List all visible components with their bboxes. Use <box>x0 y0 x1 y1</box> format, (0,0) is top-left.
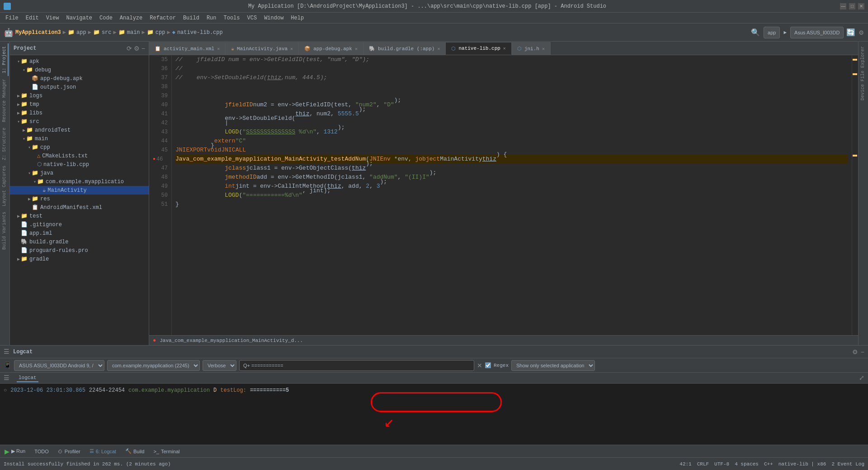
build-variants-tab-button[interactable]: Build Variants <box>1 209 9 252</box>
tree-item-res[interactable]: ▶ 📁 res <box>10 195 149 203</box>
device-selector[interactable]: Asus ASUS_I003DD <box>790 27 844 38</box>
logcat-tab-logcat[interactable]: logcat <box>17 374 38 382</box>
menu-navigate[interactable]: Navigate <box>62 14 96 22</box>
regex-checkbox[interactable] <box>485 362 491 368</box>
tree-item-gradle-folder[interactable]: ▶ 📁 gradle <box>10 255 149 263</box>
code-line-51: } <box>175 200 848 209</box>
menu-build[interactable]: Build <box>179 14 203 22</box>
event-log[interactable]: 2 Event Log <box>831 461 864 467</box>
tree-item-main[interactable]: ▾ 📁 main <box>10 134 149 143</box>
project-name: MyApplication3 <box>15 29 61 36</box>
layout-captures-tab-button[interactable]: Layout Captures <box>1 163 9 209</box>
minimize-button[interactable]: — <box>840 3 846 9</box>
tab-activity-main-xml[interactable]: 📋 activity_main.xml ✕ <box>149 42 226 55</box>
sync-project-button[interactable]: ⟳ <box>127 45 132 52</box>
menu-code[interactable]: Code <box>96 14 116 22</box>
tree-item-apk[interactable]: ▾ 📁 apk <box>10 57 149 66</box>
logcat-clear-button[interactable]: ✕ <box>477 362 482 369</box>
menu-run[interactable]: Run <box>203 14 220 22</box>
run-button[interactable]: ▶ ▶ Run <box>2 447 28 456</box>
terminal-button[interactable]: >_ Terminal <box>151 448 182 455</box>
tree-item-native-lib-cpp[interactable]: ▾ ⬡ native-lib.cpp <box>10 160 149 169</box>
logcat-settings-button[interactable]: ⚙ <box>852 348 858 356</box>
breadcrumb-src[interactable]: src <box>102 29 112 36</box>
indent[interactable]: 4 spaces <box>735 461 759 467</box>
breadcrumb-cpp[interactable]: cpp <box>156 29 165 36</box>
charset[interactable]: UTF-8 <box>714 461 729 467</box>
close-project-button[interactable]: − <box>142 45 145 52</box>
settings-project-button[interactable]: ⚙ <box>134 45 140 52</box>
device-file-explorer-tab-button[interactable]: Device File Explorer <box>859 43 867 103</box>
logcat-search-input[interactable] <box>239 360 474 371</box>
tree-item-logs[interactable]: ▶ 📁 logs <box>10 91 149 100</box>
tree-item-proguard[interactable]: ▾ 📄 proguard-rules.pro <box>10 246 149 255</box>
menu-tools[interactable]: Tools <box>220 14 244 22</box>
menu-vcs[interactable]: VCS <box>244 14 261 22</box>
android-icon[interactable]: 🤖 <box>4 28 14 38</box>
tab-native-lib-cpp[interactable]: ⬡ native-lib.cpp ✕ <box>446 42 511 55</box>
resource-manager-tab-button[interactable]: Resource Manager <box>1 76 9 125</box>
project-tab-button[interactable]: 1: Project <box>1 43 9 76</box>
tree-item-build-gradle[interactable]: ▾ 🐘 build.gradle <box>10 237 149 246</box>
menu-window[interactable]: Window <box>260 14 287 22</box>
warning-mark-2 <box>853 155 857 157</box>
tree-item-mainactivity[interactable]: ▾ ☕ MainActivity <box>10 186 149 195</box>
run-play-icon: ▶ <box>5 448 9 455</box>
tree-item-tmp[interactable]: ▶ 📁 tmp <box>10 100 149 109</box>
logcat-device-selector[interactable]: ASUS ASUS_I003DD Android 9, / <box>14 360 104 371</box>
tab-mainactivity-java[interactable]: ☕ MainActivity.java ✕ <box>226 42 299 55</box>
logcat-content[interactable]: ○ 2023-12-06 23:01:30.865 22454-22454 co… <box>0 384 868 445</box>
profiler-button[interactable]: ⏲ Profiler <box>55 448 83 455</box>
menu-view[interactable]: View <box>42 14 63 22</box>
tree-item-debug[interactable]: ▾ 📁 debug <box>10 66 149 74</box>
code-content[interactable]: // jfieldID num = env->GetFieldID(test, … <box>172 55 852 335</box>
tree-item-androidtest[interactable]: ▶ 📁 androidTest <box>10 126 149 134</box>
project-panel: Project ⟳ ⚙ − ▾ 📁 apk ▾ 📁 debug <box>10 42 149 345</box>
tree-item-cpp-folder[interactable]: ▾ 📁 cpp <box>10 143 149 152</box>
run-config-button[interactable]: app <box>764 27 780 38</box>
tab-jni-h[interactable]: ⬡ jni.h ✕ <box>512 42 551 55</box>
logcat-run-button[interactable]: ☰ 6: Logcat <box>87 447 119 455</box>
menu-file[interactable]: File <box>2 14 22 22</box>
tree-item-libs[interactable]: ▶ 📁 libs <box>10 109 149 117</box>
logcat-row-indicator[interactable]: ○ <box>4 385 7 395</box>
show-selected-dropdown[interactable]: Show only selected application <box>511 360 595 371</box>
menu-edit[interactable]: Edit <box>22 14 42 22</box>
breadcrumb-main[interactable]: main <box>127 29 140 36</box>
tree-item-com-example[interactable]: ▾ 📁 com.example.myapplicatio <box>10 177 149 186</box>
file-icon-cpp: ◆ <box>172 29 175 36</box>
tree-item-gitignore[interactable]: ▾ 📄 .gitignore <box>10 220 149 229</box>
tree-item-output-json[interactable]: ▾ 📄 output.json <box>10 83 149 91</box>
tree-item-test[interactable]: ▶ 📁 test <box>10 212 149 220</box>
menu-refactor[interactable]: Refactor <box>146 14 179 22</box>
logcat-expand-icon[interactable]: ⤢ <box>859 374 864 382</box>
breadcrumb-file[interactable]: native-lib.cpp <box>177 29 223 36</box>
tab-build-gradle[interactable]: 🐘 build.gradle (:app) ✕ <box>363 42 446 55</box>
logcat-package-selector[interactable]: com.example.myapplication (2245) <box>107 360 200 371</box>
close-button[interactable]: ✕ <box>858 3 864 9</box>
cursor-position[interactable]: 42:1 <box>679 461 691 467</box>
tree-item-cmakelists[interactable]: ▾ △ CMakeLists.txt <box>10 152 149 160</box>
sync-icon[interactable]: 🔄 <box>846 28 855 37</box>
settings-icon[interactable]: ⚙ <box>859 28 863 37</box>
tree-item-app-iml[interactable]: ▾ 📄 app.iml <box>10 229 149 237</box>
logcat-minimize-button[interactable]: − <box>861 348 864 356</box>
line-ending[interactable]: CRLF <box>697 461 709 467</box>
logcat-entry-0: ○ 2023-12-06 23:01:30.865 22454-22454 co… <box>4 385 864 395</box>
todo-button[interactable]: TODO <box>32 448 52 455</box>
menu-help[interactable]: Help <box>287 14 307 22</box>
tree-item-androidmanifest[interactable]: ▾ 📋 AndroidManifest.xml <box>10 203 149 212</box>
logcat-level-selector[interactable]: Verbose <box>203 360 236 371</box>
error-stripe <box>852 55 858 335</box>
tab-app-debug-apk[interactable]: 📦 app-debug.apk ✕ <box>299 42 363 55</box>
tree-item-app-debug-apk[interactable]: ▾ 📦 app-debug.apk <box>10 74 149 83</box>
z-structure-tab-button[interactable]: Z: Structure <box>1 125 9 163</box>
maximize-button[interactable]: □ <box>849 3 855 9</box>
menu-analyze[interactable]: Analyze <box>116 14 146 22</box>
build-button[interactable]: 🔨 Build <box>123 447 147 455</box>
logcat-panel-header: ☰ Logcat ⚙ − <box>0 346 868 358</box>
breadcrumb-app[interactable]: app <box>76 29 86 36</box>
code-editor[interactable]: 35 36 37 38 39 40 41 42 43 44 45 ●46 47 … <box>149 55 858 335</box>
tree-item-java-folder[interactable]: ▾ 📁 java <box>10 169 149 177</box>
tree-item-src[interactable]: ▾ 📁 src <box>10 117 149 126</box>
